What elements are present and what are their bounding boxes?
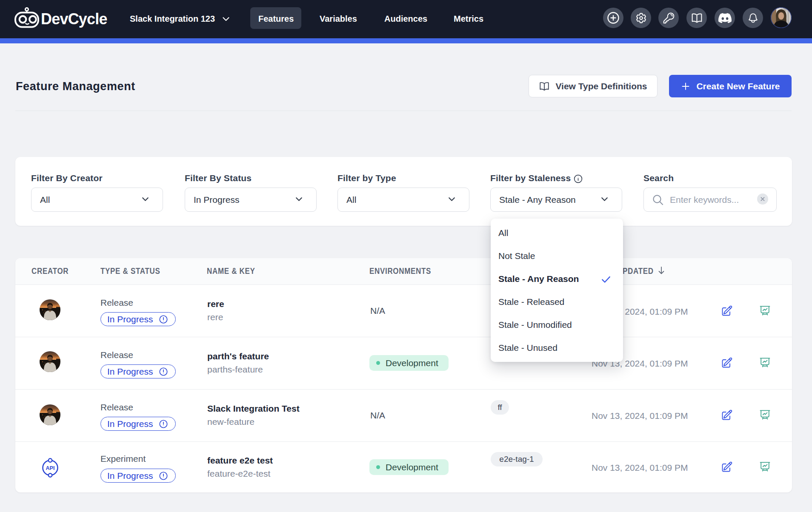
svg-text:API: API: [46, 465, 55, 471]
